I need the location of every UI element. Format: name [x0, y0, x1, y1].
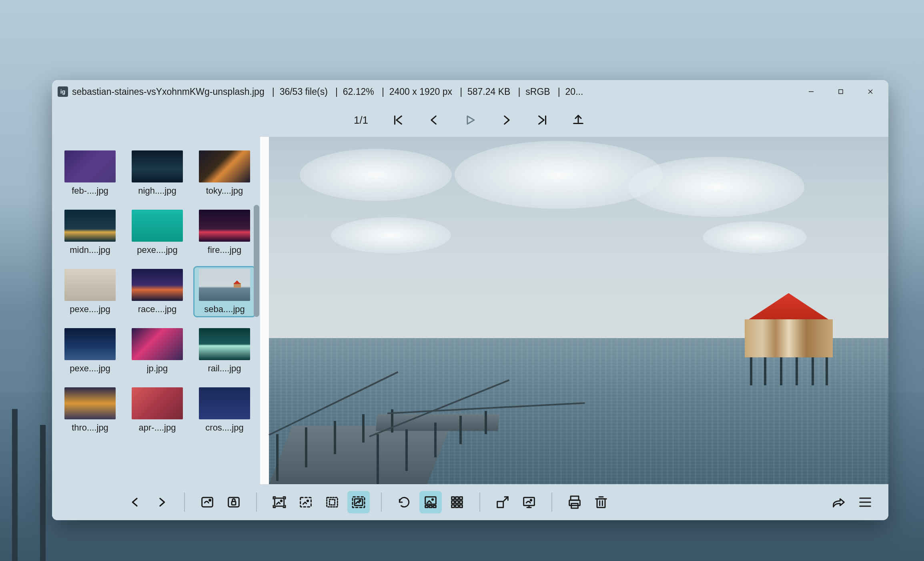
svg-rect-1 [839, 90, 843, 94]
thumbnail-item[interactable]: apr-....jpg [127, 386, 187, 435]
separator [381, 493, 382, 512]
thumbnail-image [199, 387, 250, 419]
autozoom-button[interactable] [268, 491, 291, 513]
thumbnail-label: seba....jpg [204, 304, 245, 315]
svg-rect-29 [456, 501, 459, 504]
svg-rect-42 [597, 499, 605, 508]
thumbnails-button[interactable] [446, 491, 468, 513]
thumbnail-item[interactable]: nigh....jpg [127, 149, 187, 198]
thumbnail-item[interactable]: pexe....jpg [60, 267, 120, 316]
title-file-position: 36/53 file(s) [280, 86, 328, 97]
thumbnail-image [132, 150, 183, 182]
thumbnail-label: fire....jpg [208, 245, 241, 255]
thumbnail-item[interactable]: feb-....jpg [60, 149, 120, 198]
svg-point-14 [307, 500, 308, 501]
next-image-button[interactable] [150, 491, 173, 513]
window-title: sebastian-staines-vsYxohnmKWg-unsplash.j… [72, 86, 796, 97]
svg-rect-26 [456, 497, 459, 500]
window-fit-button[interactable] [347, 491, 370, 513]
maximize-button[interactable] [826, 82, 856, 101]
lock-zoom-button[interactable] [222, 491, 245, 513]
thumbnail-label: thro....jpg [72, 423, 108, 433]
content-area: feb-....jpgnigh....jpgtoky....jpgmidn...… [52, 137, 888, 484]
last-frame-button[interactable] [534, 112, 551, 128]
thumbnail-label: pexe....jpg [70, 304, 110, 315]
thumbnail-image [132, 328, 183, 360]
thumbnail-image [199, 210, 250, 242]
prev-image-button[interactable] [124, 491, 146, 513]
crop-button[interactable] [321, 491, 343, 513]
minimize-button[interactable] [796, 82, 826, 101]
menu-button[interactable] [854, 491, 876, 513]
svg-rect-22 [425, 505, 428, 507]
thumbnail-label: nigh....jpg [138, 186, 176, 196]
separator [551, 493, 552, 512]
thumbnail-item[interactable]: jp.jpg [127, 327, 187, 375]
thumbnail-item[interactable]: rail....jpg [194, 327, 255, 375]
thumbnail-label: cros....jpg [205, 423, 243, 433]
print-button[interactable] [563, 491, 586, 513]
thumbnail-item[interactable]: cros....jpg [194, 386, 255, 435]
thumbnail-image [64, 150, 116, 182]
separator [479, 493, 480, 512]
slideshow-button[interactable] [518, 491, 540, 513]
title-size: 587.24 KB [467, 86, 510, 97]
close-button[interactable] [856, 82, 885, 101]
frame-counter: 1/1 [354, 114, 368, 126]
title-filename: sebastian-staines-vsYxohnmKWg-unsplash.j… [72, 86, 265, 97]
next-frame-button[interactable] [498, 112, 515, 128]
thumbnail-item[interactable]: midn....jpg [60, 208, 120, 257]
svg-rect-28 [452, 501, 455, 504]
thumbnail-label: race....jpg [138, 304, 177, 315]
thumbnail-label: feb-....jpg [72, 186, 108, 196]
thumbnail-item[interactable]: race....jpg [127, 267, 187, 316]
delete-button[interactable] [590, 491, 612, 513]
svg-rect-30 [460, 501, 463, 504]
title-colorspace: sRGB [525, 86, 550, 97]
thumbnail-item[interactable]: toky....jpg [194, 149, 255, 198]
thumbnail-item[interactable]: pexe....jpg [60, 327, 120, 375]
share-button[interactable] [828, 491, 850, 513]
svg-rect-27 [460, 497, 463, 500]
sidebar-scrollbar-thumb[interactable] [254, 205, 259, 317]
thumbnail-item[interactable]: pexe....jpg [127, 208, 187, 257]
rotate-button[interactable] [393, 491, 415, 513]
svg-point-21 [432, 499, 433, 500]
actual-size-button[interactable] [196, 491, 218, 513]
thumbnail-image [199, 150, 250, 182]
selection-button[interactable] [295, 491, 317, 513]
sidebar-scrollbar[interactable] [252, 137, 260, 484]
app-icon: ig [58, 86, 68, 97]
thumbnail-panel[interactable]: feb-....jpgnigh....jpgtoky....jpgmidn...… [52, 137, 260, 484]
first-frame-button[interactable] [390, 112, 407, 128]
title-dimensions: 2400 x 1920 px [389, 86, 452, 97]
thumbnail-image [132, 269, 183, 301]
svg-point-19 [359, 500, 361, 501]
gallery-button[interactable] [419, 491, 442, 513]
svg-rect-23 [429, 505, 432, 507]
app-window: ig sebastian-staines-vsYxohnmKWg-unsplas… [52, 80, 888, 520]
play-button[interactable] [462, 112, 479, 128]
thumbnail-label: jp.jpg [147, 363, 168, 374]
thumbnail-image [64, 210, 116, 242]
separator [256, 493, 257, 512]
title-extra: 20... [565, 86, 583, 97]
thumbnail-item[interactable]: thro....jpg [60, 386, 120, 435]
thumbnail-label: rail....jpg [208, 363, 241, 374]
thumbnail-item[interactable]: fire....jpg [194, 208, 255, 257]
export-button[interactable] [570, 112, 587, 128]
main-image [260, 137, 888, 484]
fullscreen-button[interactable] [491, 491, 514, 513]
thumbnail-item[interactable]: seba....jpg [194, 267, 255, 316]
thumbnail-image [64, 269, 116, 301]
prev-frame-button[interactable] [426, 112, 443, 128]
svg-rect-25 [452, 497, 455, 500]
svg-rect-16 [329, 499, 335, 505]
thumbnail-label: toky....jpg [206, 186, 243, 196]
svg-rect-33 [460, 505, 463, 508]
frame-navbar: 1/1 [52, 103, 888, 137]
thumbnail-image [199, 269, 250, 301]
thumbnail-label: pexe....jpg [137, 245, 178, 255]
image-viewer[interactable] [260, 137, 888, 484]
titlebar: ig sebastian-staines-vsYxohnmKWg-unsplas… [52, 80, 888, 103]
